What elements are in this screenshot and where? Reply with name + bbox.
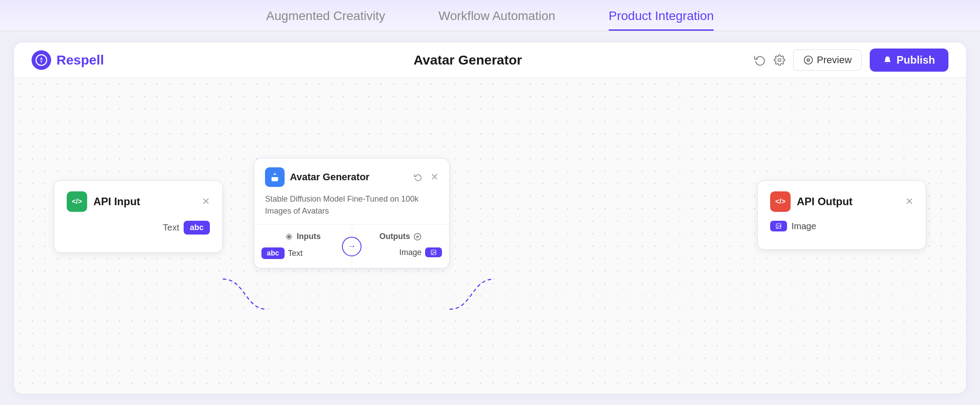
svg-point-14 <box>432 251 433 252</box>
avatar-node-close-button[interactable]: ✕ <box>430 171 438 183</box>
history-button[interactable] <box>754 50 766 70</box>
api-output-title: API Output <box>797 195 852 208</box>
api-input-title: API Input <box>93 195 140 208</box>
api-output-node: </> API Output ✕ Image <box>757 180 926 250</box>
tab-workflow-automation[interactable]: Workflow Automation <box>438 9 555 31</box>
avatar-node-history-button[interactable] <box>411 170 425 184</box>
avatar-node-description: Stable Diffusion Model Fine-Tuned on 100… <box>254 193 449 224</box>
settings-button[interactable] <box>774 50 785 70</box>
svg-point-16 <box>777 225 778 226</box>
api-input-node: </> API Input ✕ Text abc <box>54 180 223 253</box>
api-output-close-button[interactable]: ✕ <box>905 196 913 207</box>
publish-button[interactable]: Publish <box>870 49 948 72</box>
api-output-header: </> API Output ✕ <box>770 191 913 212</box>
tab-augmented-creativity[interactable]: Augmented Creativity <box>266 9 386 31</box>
avatar-node-title: Avatar Generator <box>290 171 370 183</box>
api-output-port-label: Image <box>791 221 816 231</box>
main-container: Respell Avatar Generator <box>13 42 967 394</box>
avatar-node-body: Inputs abc Text → Outputs <box>254 225 449 268</box>
api-output-port-row: Image <box>770 221 913 231</box>
logo-text: Respell <box>56 53 104 68</box>
input-text-badge: abc <box>261 247 285 259</box>
avatar-node-outputs-panel: Outputs Image <box>352 225 450 268</box>
header: Respell Avatar Generator <box>14 42 966 78</box>
output-image-label: Image <box>399 248 422 257</box>
svg-point-1 <box>778 58 781 61</box>
output-image-badge <box>425 247 442 257</box>
workflow-canvas[interactable]: </> API Input ✕ Text abc <box>14 78 966 394</box>
api-input-icon: </> <box>67 191 87 212</box>
avatar-node-title-area: Avatar Generator <box>265 167 370 187</box>
tab-product-integration[interactable]: Product Integration <box>609 9 714 31</box>
api-output-image-icon <box>770 221 787 231</box>
inputs-section-header: Inputs <box>261 232 345 241</box>
respell-logo-icon <box>32 50 51 70</box>
preview-button[interactable]: Preview <box>793 49 862 71</box>
header-actions: Preview Publish <box>779 49 948 72</box>
center-arrow-circle: → <box>342 237 361 256</box>
avatar-generator-node: Avatar Generator ✕ Stable Diffusion Mode… <box>254 158 450 268</box>
api-input-port-label: Text <box>163 223 179 233</box>
svg-point-2 <box>804 56 812 64</box>
logo-area: Respell <box>32 50 156 70</box>
avatar-node-icon <box>265 167 285 187</box>
avatar-node-inputs-panel: Inputs abc Text <box>254 225 352 268</box>
api-input-port-badge: abc <box>184 221 210 235</box>
api-input-port-row: Text abc <box>67 221 210 235</box>
api-input-close-button[interactable]: ✕ <box>202 196 210 207</box>
svg-point-0 <box>36 55 47 65</box>
page-title: Avatar Generator <box>156 53 779 68</box>
api-input-title-area: </> API Input <box>67 191 140 212</box>
inputs-port-row: abc Text <box>261 247 345 259</box>
api-input-header: </> API Input ✕ <box>67 191 210 212</box>
input-text-label: Text <box>288 249 303 258</box>
api-output-title-area: </> API Output <box>770 191 852 212</box>
api-output-icon: </> <box>770 191 791 212</box>
avatar-node-header: Avatar Generator ✕ <box>254 158 449 193</box>
svg-point-3 <box>807 59 810 61</box>
top-tab-bar: Augmented Creativity Workflow Automation… <box>0 0 980 31</box>
outputs-section-header: Outputs <box>359 232 442 241</box>
outputs-port-row: Image <box>359 247 442 257</box>
avatar-node-actions: ✕ <box>411 170 438 184</box>
